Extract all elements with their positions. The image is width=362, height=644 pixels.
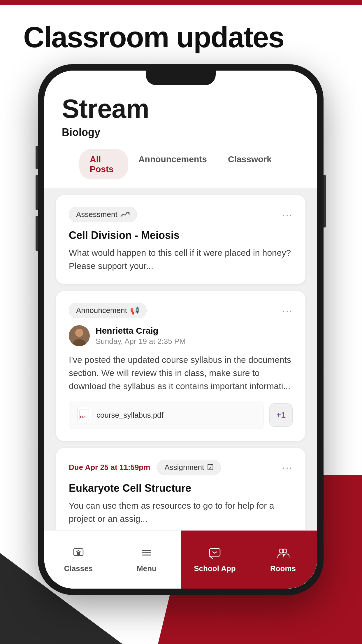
author-name: Henrietta Craig xyxy=(96,326,186,336)
svg-rect-6 xyxy=(77,552,80,556)
assignment-more-btn[interactable]: ··· xyxy=(282,461,293,474)
school-app-icon xyxy=(208,546,221,561)
tab-classwork[interactable]: Classwork xyxy=(217,149,282,179)
due-date-label: Due Apr 25 at 11:59pm xyxy=(69,463,150,472)
plus-more-badge[interactable]: +1 xyxy=(269,403,293,427)
author-info: Henrietta Craig Sunday, Apr 19 at 2:35 P… xyxy=(96,326,186,346)
feed-area: Assessment ··· Cell Division - Meiosis W… xyxy=(44,188,317,572)
announcement-tag-row: Announcement 📢 ··· xyxy=(69,303,293,318)
rooms-label: Rooms xyxy=(270,564,296,573)
svg-point-1 xyxy=(75,329,83,337)
svg-text:PDF: PDF xyxy=(80,415,87,419)
tab-announcements[interactable]: Announcements xyxy=(128,149,217,179)
menu-label: Menu xyxy=(137,564,157,573)
chart-icon xyxy=(120,211,130,218)
attachment-row: PDF course_syllabus.pdf +1 xyxy=(69,401,293,429)
tab-all-posts[interactable]: All Posts xyxy=(79,149,128,179)
pdf-attachment[interactable]: PDF course_syllabus.pdf xyxy=(69,401,263,429)
page-title: Classroom updates xyxy=(23,20,284,54)
classes-nav-icon xyxy=(72,546,85,559)
announcement-tag: Announcement 📢 xyxy=(69,303,147,318)
menu-nav-icon xyxy=(140,546,153,559)
menu-icon xyxy=(140,546,153,561)
pdf-file-icon: PDF xyxy=(79,409,89,421)
stream-title: Stream xyxy=(62,94,300,124)
avatar-svg xyxy=(69,325,90,346)
stream-subtitle: Biology xyxy=(62,126,300,139)
side-btn-vol-up xyxy=(36,175,38,210)
nav-school-app[interactable]: School App xyxy=(181,531,249,589)
side-btn-power xyxy=(324,175,326,228)
assessment-more-btn[interactable]: ··· xyxy=(282,209,293,221)
phone-screen: Stream Biology All Posts Announcements C… xyxy=(44,71,317,589)
school-app-nav-icon xyxy=(208,546,221,559)
assignment-card: Due Apr 25 at 11:59pm Assignment ☑ ··· E… xyxy=(56,448,305,537)
bg-top-bar xyxy=(0,0,362,5)
author-date: Sunday, Apr 19 at 2:35 PM xyxy=(96,337,186,346)
announce-icon: 📢 xyxy=(130,306,139,315)
screen-content: Stream Biology All Posts Announcements C… xyxy=(44,71,317,589)
classes-label: Classes xyxy=(64,564,93,573)
announcement-more-btn[interactable]: ··· xyxy=(282,304,293,317)
announcement-card: Announcement 📢 ··· xyxy=(56,291,305,441)
assessment-title: Cell Division - Meiosis xyxy=(69,229,293,242)
assignment-icon: ☑ xyxy=(207,463,214,472)
nav-menu[interactable]: Menu xyxy=(113,531,181,589)
bottom-nav: Classes Menu xyxy=(44,530,317,589)
assessment-body: What would happen to this cell if it wer… xyxy=(69,246,293,272)
card-tag-row: Assessment ··· xyxy=(69,207,293,222)
rooms-nav-icon xyxy=(277,546,289,559)
nav-classes[interactable]: Classes xyxy=(44,531,113,589)
classes-icon xyxy=(72,546,85,561)
rooms-icon xyxy=(277,546,289,561)
pdf-filename: course_syllabus.pdf xyxy=(96,411,164,420)
assessment-tag: Assessment xyxy=(69,207,137,222)
stream-header: Stream Biology All Posts Announcements C… xyxy=(44,71,317,188)
side-btn-vol-down xyxy=(36,216,38,251)
assignment-title: Eukaryote Cell Structure xyxy=(69,482,293,494)
nav-rooms[interactable]: Rooms xyxy=(249,531,317,589)
assignment-tag: Assignment ☑ xyxy=(157,460,221,475)
assignment-tag-row: Due Apr 25 at 11:59pm Assignment ☑ ··· xyxy=(69,460,293,475)
assignment-tag-group: Due Apr 25 at 11:59pm Assignment ☑ xyxy=(69,460,221,475)
phone-frame: Stream Biology All Posts Announcements C… xyxy=(38,64,324,595)
author-avatar xyxy=(69,325,90,346)
svg-rect-10 xyxy=(210,549,220,556)
announcement-body: I've posted the updated course syllabus … xyxy=(69,353,293,393)
assignment-body: You can use them as resources to go to f… xyxy=(69,499,293,525)
assessment-card: Assessment ··· Cell Division - Meiosis W… xyxy=(56,195,305,284)
pdf-icon: PDF xyxy=(77,407,91,423)
side-btn-mute xyxy=(36,146,38,169)
phone-mockup: Stream Biology All Posts Announcements C… xyxy=(38,64,324,595)
tab-bar: All Posts Announcements Classwork xyxy=(62,149,300,188)
school-app-label: School App xyxy=(194,564,236,573)
author-row: Henrietta Craig Sunday, Apr 19 at 2:35 P… xyxy=(69,325,293,346)
phone-notch xyxy=(146,71,216,85)
